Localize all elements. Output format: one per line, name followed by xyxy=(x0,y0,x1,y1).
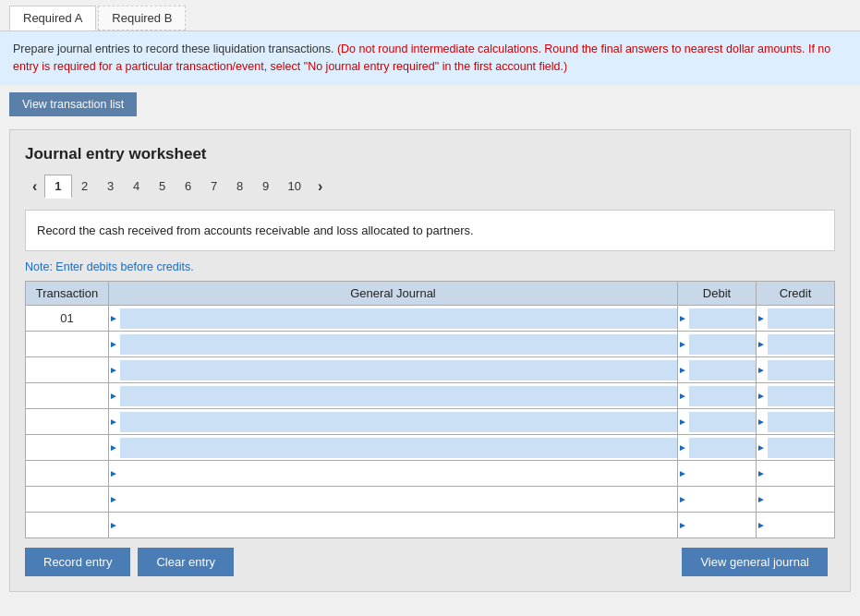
worksheet-title: Journal entry worksheet xyxy=(25,145,835,163)
credit-input[interactable] xyxy=(768,515,834,536)
col-header-debit: Debit xyxy=(678,282,757,306)
debit-arrow-icon: ► xyxy=(678,520,687,530)
general-journal-input[interactable] xyxy=(120,334,677,355)
info-main-text: Prepare journal entries to record these … xyxy=(13,42,337,55)
page-num-7[interactable]: 7 xyxy=(201,175,227,197)
page-prev-arrow[interactable]: ‹ xyxy=(25,175,44,199)
table-row: ► ► ► xyxy=(26,357,835,383)
credit-input[interactable] xyxy=(768,438,834,458)
row-arrow-icon: ► xyxy=(109,468,118,478)
general-journal-cell[interactable]: ► xyxy=(109,435,678,461)
general-journal-cell[interactable]: ► xyxy=(109,461,678,487)
col-header-credit: Credit xyxy=(757,282,835,306)
page-num-5[interactable]: 5 xyxy=(150,175,176,197)
view-general-journal-button[interactable]: View general journal xyxy=(682,548,828,576)
clear-entry-button[interactable]: Clear entry xyxy=(138,548,234,576)
general-journal-cell[interactable]: ► xyxy=(109,383,678,409)
debit-cell[interactable]: ► xyxy=(678,383,757,409)
general-journal-cell[interactable]: ► xyxy=(109,306,678,332)
credit-cell[interactable]: ► xyxy=(757,383,835,409)
table-row: ► ► ► xyxy=(26,461,835,487)
debit-input[interactable] xyxy=(689,464,756,484)
row-arrow-icon: ► xyxy=(109,391,118,401)
view-transaction-button[interactable]: View transaction list xyxy=(9,92,137,116)
credit-cell[interactable]: ► xyxy=(757,461,835,487)
debit-input[interactable] xyxy=(689,334,756,355)
debit-cell[interactable]: ► xyxy=(678,409,757,435)
debit-cell[interactable]: ► xyxy=(678,461,757,487)
general-journal-input[interactable] xyxy=(120,489,677,510)
info-box: Prepare journal entries to record these … xyxy=(0,31,860,85)
description-text: Record the cash received from accounts r… xyxy=(37,223,474,237)
page-num-2[interactable]: 2 xyxy=(72,175,98,197)
page-num-8[interactable]: 8 xyxy=(227,175,253,197)
page-num-4[interactable]: 4 xyxy=(124,175,150,197)
debit-input[interactable] xyxy=(689,386,756,406)
general-journal-input[interactable] xyxy=(120,438,677,458)
debit-input[interactable] xyxy=(689,308,756,329)
row-arrow-icon: ► xyxy=(109,365,118,375)
table-row: ► ► ► xyxy=(26,487,835,513)
general-journal-cell[interactable]: ► xyxy=(109,357,678,383)
credit-input[interactable] xyxy=(768,386,834,406)
general-journal-cell[interactable]: ► xyxy=(109,332,678,357)
page-num-6[interactable]: 6 xyxy=(176,175,201,197)
transaction-cell xyxy=(26,461,109,487)
top-tabs-bar: Required A Required B xyxy=(0,0,860,31)
table-row: 01 ► ► ► xyxy=(26,306,835,332)
credit-cell[interactable]: ► xyxy=(757,513,835,538)
general-journal-input[interactable] xyxy=(120,360,677,380)
general-journal-input[interactable] xyxy=(120,308,677,329)
debit-arrow-icon: ► xyxy=(678,442,687,453)
debit-cell[interactable]: ► xyxy=(678,435,757,461)
table-row: ► ► ► xyxy=(26,383,835,409)
debit-cell[interactable]: ► xyxy=(678,513,757,538)
credit-cell[interactable]: ► xyxy=(757,306,835,332)
debit-input[interactable] xyxy=(689,515,756,536)
row-arrow-icon: ► xyxy=(109,313,118,323)
general-journal-cell[interactable]: ► xyxy=(109,513,678,538)
credit-input[interactable] xyxy=(768,464,834,484)
general-journal-input[interactable] xyxy=(120,412,677,432)
debit-input[interactable] xyxy=(689,489,756,510)
record-entry-button[interactable]: Record entry xyxy=(25,548,130,576)
credit-arrow-icon: ► xyxy=(757,468,766,478)
general-journal-input[interactable] xyxy=(120,386,677,406)
page-next-arrow[interactable]: › xyxy=(310,175,330,199)
transaction-cell xyxy=(26,435,109,461)
page-num-10[interactable]: 10 xyxy=(279,175,310,197)
credit-cell[interactable]: ► xyxy=(757,332,835,357)
debit-arrow-icon: ► xyxy=(678,417,687,427)
general-journal-cell[interactable]: ► xyxy=(109,409,678,435)
debit-cell[interactable]: ► xyxy=(678,357,757,383)
credit-input[interactable] xyxy=(768,489,834,510)
col-header-general-journal: General Journal xyxy=(109,282,678,306)
debit-cell[interactable]: ► xyxy=(678,306,757,332)
transaction-cell xyxy=(26,487,109,513)
tab-required-b[interactable]: Required B xyxy=(98,6,186,30)
debit-cell[interactable]: ► xyxy=(678,332,757,357)
credit-input[interactable] xyxy=(768,360,834,380)
credit-arrow-icon: ► xyxy=(757,442,766,453)
credit-input[interactable] xyxy=(768,308,834,329)
credit-input[interactable] xyxy=(768,412,834,432)
debit-input[interactable] xyxy=(689,412,756,432)
credit-cell[interactable]: ► xyxy=(757,487,835,513)
general-journal-cell[interactable]: ► xyxy=(109,487,678,513)
page-num-9[interactable]: 9 xyxy=(253,175,279,197)
page-num-1[interactable]: 1 xyxy=(44,175,71,199)
credit-cell[interactable]: ► xyxy=(757,409,835,435)
general-journal-input[interactable] xyxy=(120,515,677,536)
page-num-3[interactable]: 3 xyxy=(98,175,124,197)
credit-arrow-icon: ► xyxy=(757,417,766,427)
general-journal-input[interactable] xyxy=(120,464,677,484)
tab-required-a[interactable]: Required A xyxy=(9,6,96,30)
credit-cell[interactable]: ► xyxy=(757,435,835,461)
debit-input[interactable] xyxy=(689,360,756,380)
bottom-buttons: Record entry Clear entry View general jo… xyxy=(25,548,835,576)
credit-input[interactable] xyxy=(768,334,834,355)
debit-cell[interactable]: ► xyxy=(678,487,757,513)
debit-input[interactable] xyxy=(689,438,756,458)
credit-cell[interactable]: ► xyxy=(757,357,835,383)
worksheet-container: Journal entry worksheet ‹ 1 2 3 4 5 6 7 … xyxy=(9,129,851,593)
